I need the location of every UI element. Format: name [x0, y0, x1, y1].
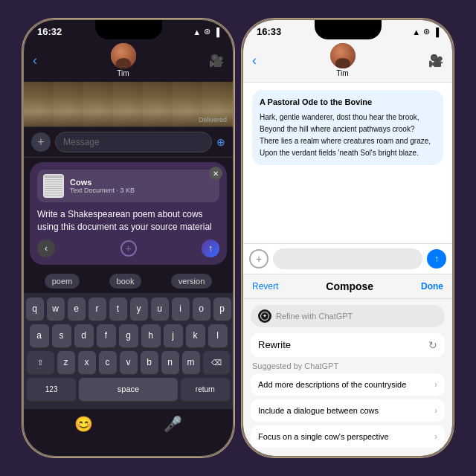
refine-input[interactable]: Refine with ChatGPT [251, 305, 445, 327]
right-message-input[interactable] [273, 248, 422, 269]
suggestion-arrow-1: › [434, 405, 437, 416]
message-bar: + Message ⊕ [24, 126, 233, 158]
previous-button[interactable]: ‹ [37, 239, 55, 257]
left-status-icons: ▲ ⊛ ▐ [193, 27, 219, 36]
left-status-time: 16:32 [37, 26, 62, 37]
compose-panel: ✕ Cows Text Document · 3 KB Write a Shak… [30, 162, 227, 265]
wifi-icon: ⊛ [204, 27, 210, 36]
key-x[interactable]: x [78, 351, 96, 375]
suggestion-text-2: Focus on a single cow's perspective [258, 432, 434, 441]
key-r[interactable]: r [89, 298, 106, 321]
done-button[interactable]: Done [421, 281, 443, 292]
key-o[interactable]: o [193, 298, 210, 321]
compose-text[interactable]: Write a Shakespearean poem about cows us… [37, 208, 219, 234]
attachment-name: Cows [70, 178, 135, 187]
key-j[interactable]: j [164, 324, 183, 348]
right-signal-icon: ▲ [412, 28, 420, 36]
key-a[interactable]: a [30, 324, 49, 348]
key-k[interactable]: k [186, 324, 205, 348]
key-t[interactable]: t [109, 298, 127, 321]
key-v[interactable]: v [120, 351, 138, 375]
key-f[interactable]: f [97, 324, 116, 348]
right-video-call-button[interactable]: 🎥 [428, 54, 443, 68]
poem-line-4: Upon the verdant fields 'neath Sol's bri… [260, 147, 436, 159]
key-shift[interactable]: ⇧ [27, 351, 54, 375]
right-add-button[interactable]: + [249, 249, 268, 268]
key-g[interactable]: g [119, 324, 138, 348]
delivered-badge: Delivered [199, 116, 227, 123]
key-e[interactable]: e [68, 298, 86, 321]
message-content: A Pastoral Ode to the Bovine Hark, gentl… [243, 83, 452, 243]
scene: 16:32 ▲ ⊛ ▐ ‹ Tim 🎥 Delivered [0, 0, 476, 476]
key-space[interactable]: space [79, 378, 178, 402]
chatgpt-logo-inner [260, 312, 269, 321]
compose-close-button[interactable]: ✕ [209, 167, 222, 180]
key-delete[interactable]: ⌫ [203, 351, 231, 375]
left-contact-info[interactable]: Tim [111, 43, 136, 77]
left-phone: 16:32 ▲ ⊛ ▐ ‹ Tim 🎥 Delivered [22, 19, 234, 457]
key-l[interactable]: l [208, 324, 228, 348]
key-q[interactable]: q [26, 298, 44, 321]
suggestion-poem[interactable]: poem [45, 274, 80, 289]
right-contact-info[interactable]: Tim [330, 43, 356, 77]
revert-button[interactable]: Revert [252, 281, 278, 292]
poem-line-3: There lies a realm where creatures roam … [260, 135, 436, 147]
key-m[interactable]: m [182, 351, 200, 375]
left-video-call-button[interactable]: 🎥 [209, 54, 224, 68]
refresh-icon[interactable]: ↻ [428, 339, 437, 351]
right-avatar-image [330, 43, 356, 68]
key-c[interactable]: c [99, 351, 117, 375]
right-send-button[interactable]: ↑ [427, 249, 446, 268]
emoji-button[interactable]: 😊 [74, 415, 93, 433]
attachment-meta: Text Document · 3 KB [70, 187, 135, 194]
poem-bubble: A Pastoral Ode to the Bovine Hark, gentl… [252, 90, 443, 165]
key-z[interactable]: z [57, 351, 75, 375]
right-battery-icon: ▐ [433, 28, 439, 36]
key-numbers[interactable]: 123 [27, 378, 76, 402]
right-phone: 16:33 ▲ ⊛ ▐ ‹ Tim 🎥 [242, 19, 454, 457]
suggestion-text-1: Include a dialogue between cows [258, 406, 434, 415]
keyboard-row-2: a s d f g h j k l [27, 324, 230, 348]
suggestion-book[interactable]: book [109, 274, 142, 289]
chatgpt-panel: Refine with ChatGPT Rewrite ↻ Suggested … [243, 299, 452, 457]
compose-add-button[interactable]: + [120, 240, 137, 257]
right-back-button[interactable]: ‹ [252, 53, 257, 68]
key-u[interactable]: u [151, 298, 169, 321]
key-n[interactable]: n [161, 351, 179, 375]
chatgpt-logo [258, 309, 271, 323]
report-concern[interactable]: ⚑ Report a Concern [251, 451, 445, 457]
poem-line-2: Beyond the hill where ancient pathways c… [260, 123, 436, 135]
suggestion-text-0: Add more descriptions of the countryside [258, 380, 434, 389]
key-b[interactable]: b [141, 351, 158, 375]
attachment-info: Cows Text Document · 3 KB [70, 178, 135, 194]
suggestion-item-1[interactable]: Include a dialogue between cows › [251, 399, 445, 422]
key-return[interactable]: return [181, 378, 230, 402]
suggested-label: Suggested by ChatGPT [251, 361, 445, 370]
key-h[interactable]: h [141, 324, 161, 348]
right-input-row: + ↑ [243, 243, 452, 274]
left-contact-name: Tim [117, 69, 129, 77]
left-avatar [111, 43, 136, 68]
key-i[interactable]: i [172, 298, 190, 321]
suggestion-item-0[interactable]: Add more descriptions of the countryside… [251, 373, 445, 396]
key-d[interactable]: d [74, 324, 94, 348]
left-chat-header: ‹ Tim 🎥 [24, 40, 233, 82]
keyboard-row-3: ⇧ z x c v b n m ⌫ [27, 351, 230, 375]
right-status-time: 16:33 [257, 26, 281, 37]
key-p[interactable]: p [213, 298, 231, 321]
key-w[interactable]: w [47, 298, 65, 321]
right-chat-header: ‹ Tim 🎥 [243, 40, 452, 83]
message-input[interactable]: Message [55, 132, 212, 152]
microphone-button[interactable]: 🎤 [164, 415, 182, 433]
suggestion-version[interactable]: version [171, 274, 212, 289]
suggestion-item-2[interactable]: Focus on a single cow's perspective › [251, 425, 445, 448]
right-notch [315, 20, 382, 39]
left-back-button[interactable]: ‹ [33, 53, 37, 68]
audio-input-icon[interactable]: ⊕ [216, 136, 225, 148]
compose-send-button[interactable]: ↑ [202, 239, 219, 257]
key-y[interactable]: y [130, 298, 148, 321]
add-attachment-button[interactable]: + [31, 132, 51, 152]
rewrite-row[interactable]: Rewrite ↻ [251, 333, 445, 357]
key-s[interactable]: s [52, 324, 71, 348]
right-status-icons: ▲ ⊛ ▐ [412, 27, 439, 36]
